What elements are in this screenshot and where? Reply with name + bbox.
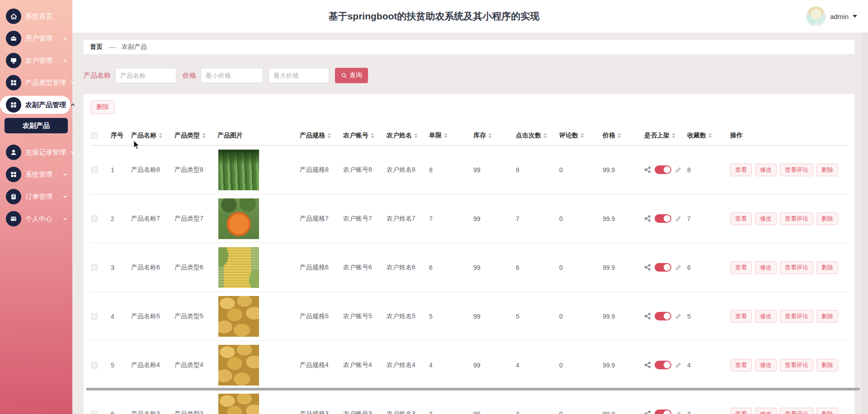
action-view-button[interactable]: 查看 — [730, 359, 752, 372]
chevron-down-icon — [62, 216, 68, 221]
sidebar-item-system-home[interactable]: 系统首页 — [0, 7, 72, 25]
share-icon[interactable] — [644, 264, 651, 271]
shelf-toggle[interactable] — [655, 361, 671, 369]
shelf-toggle[interactable] — [655, 409, 671, 414]
sidebar-subitem-farm-product[interactable]: 农副产品 — [5, 118, 68, 133]
action-delete-button[interactable]: 删除 — [816, 408, 838, 414]
horizontal-scrollbar[interactable] — [86, 388, 860, 390]
share-icon[interactable] — [644, 410, 651, 414]
sort-icons[interactable] — [580, 133, 584, 138]
action-delete-button[interactable]: 删除 — [816, 359, 838, 372]
cell-image — [217, 296, 300, 337]
cell-comments: 0 — [559, 166, 603, 174]
sort-icons[interactable] — [327, 133, 331, 138]
action-view-button[interactable]: 查看 — [730, 261, 752, 274]
action-edit-button[interactable]: 修改 — [755, 261, 777, 274]
cell-comments: 0 — [559, 215, 603, 222]
sort-icons[interactable] — [414, 133, 418, 138]
sort-icons[interactable] — [371, 133, 374, 138]
chevron-down-icon — [62, 172, 68, 177]
action-delete-button[interactable]: 删除 — [816, 310, 838, 323]
shelf-toggle[interactable] — [655, 214, 671, 223]
edit-icon[interactable] — [675, 167, 681, 173]
cell-favorites: 7 — [687, 215, 730, 222]
sidebar-item-system-manage[interactable]: 系统管理 — [0, 165, 72, 183]
cell-comments: 0 — [559, 264, 603, 271]
action-view-comments-button[interactable]: 查看评论 — [780, 310, 813, 323]
app-root: 基于springboot的扶贫助农系统及其小程序的实现 admin 系统首页用户… — [0, 0, 868, 414]
sidebar-item-label: 个人中心 — [25, 215, 52, 223]
action-view-button[interactable]: 查看 — [730, 408, 752, 414]
row-checkbox[interactable] — [91, 264, 98, 271]
search-button[interactable]: 查询 — [335, 68, 368, 83]
action-view-button[interactable]: 查看 — [730, 310, 752, 323]
max-price-input[interactable] — [269, 68, 329, 83]
share-icon[interactable] — [644, 313, 651, 320]
sidebar-item-farmer-manage[interactable]: 农户管理 — [0, 52, 72, 70]
action-view-comments-button[interactable]: 查看评论 — [780, 212, 813, 225]
sidebar-item-recharge-manage[interactable]: 充值记录管理 — [0, 143, 72, 161]
sort-icons[interactable] — [672, 133, 675, 138]
action-view-button[interactable]: 查看 — [730, 164, 752, 176]
product-image-potato — [218, 296, 259, 337]
share-icon[interactable] — [644, 215, 651, 222]
edit-icon[interactable] — [675, 264, 681, 271]
edit-icon[interactable] — [675, 313, 681, 320]
sidebar-item-farm-product-manage[interactable]: 农副产品管理 — [0, 96, 71, 114]
shelf-toggle[interactable] — [655, 263, 671, 272]
edit-icon[interactable] — [675, 216, 681, 222]
user-menu[interactable]: admin — [806, 6, 857, 26]
action-view-button[interactable]: 查看 — [730, 212, 752, 225]
action-view-comments-button[interactable]: 查看评论 — [780, 261, 813, 274]
action-edit-button[interactable]: 修改 — [755, 212, 777, 225]
cell-price: 99.9 — [603, 362, 644, 369]
edit-icon[interactable] — [675, 362, 681, 368]
row-checkbox[interactable] — [91, 362, 98, 368]
sort-icons[interactable] — [444, 133, 448, 138]
action-view-comments-button[interactable]: 查看评论 — [780, 164, 813, 176]
table-row: 6产品名称3产品类型3产品规格3农户账号3农户姓名33993099.93查看修改… — [90, 390, 848, 414]
sort-icons[interactable] — [708, 133, 712, 138]
share-icon[interactable] — [644, 362, 651, 368]
shelf-toggle[interactable] — [655, 165, 671, 174]
sidebar-item-label: 订单管理 — [25, 193, 52, 201]
action-delete-button[interactable]: 删除 — [816, 212, 838, 225]
cell-index: 2 — [111, 215, 131, 222]
sidebar-item-product-type-manage[interactable]: 产品类型管理 — [0, 74, 72, 92]
row-checkbox[interactable] — [91, 216, 98, 222]
cell-price: 99.9 — [603, 410, 644, 414]
sort-icons[interactable] — [202, 133, 206, 138]
row-checkbox[interactable] — [91, 411, 98, 414]
sidebar-item-user-manage[interactable]: 用户管理 — [0, 29, 72, 47]
action-view-comments-button[interactable]: 查看评论 — [780, 408, 813, 414]
action-edit-button[interactable]: 修改 — [755, 310, 777, 323]
action-edit-button[interactable]: 修改 — [755, 359, 777, 372]
clipboard-icon — [6, 189, 21, 204]
edit-icon[interactable] — [675, 411, 681, 414]
row-checkbox[interactable] — [91, 313, 98, 320]
cell-favorites: 6 — [687, 264, 730, 271]
min-price-input[interactable] — [201, 68, 263, 83]
sidebar-menu: 系统首页用户管理农户管理产品类型管理农副产品管理农副产品充值记录管理系统管理订单… — [0, 7, 72, 228]
action-edit-button[interactable]: 修改 — [755, 408, 777, 414]
share-icon[interactable] — [644, 166, 651, 173]
sort-icons[interactable] — [159, 133, 162, 138]
sidebar-item-personal-center[interactable]: 个人中心 — [0, 210, 72, 228]
shelf-toggle[interactable] — [655, 312, 671, 320]
delete-button[interactable]: 删除 — [90, 100, 115, 114]
sort-icons[interactable] — [618, 133, 621, 138]
action-delete-button[interactable]: 删除 — [816, 164, 838, 176]
action-delete-button[interactable]: 删除 — [816, 261, 838, 274]
select-all-checkbox[interactable] — [91, 132, 98, 139]
action-view-comments-button[interactable]: 查看评论 — [780, 359, 813, 372]
row-checkbox[interactable] — [91, 167, 98, 173]
action-edit-button[interactable]: 修改 — [755, 164, 777, 176]
vertical-scrollbar[interactable] — [862, 33, 868, 414]
breadcrumb-separator: — — [109, 43, 115, 51]
sidebar-item-order-manage[interactable]: 订单管理 — [0, 188, 72, 206]
breadcrumb-home[interactable]: 首页 — [90, 43, 103, 51]
cell-actions: 查看修改查看评论删除 — [730, 164, 848, 176]
sort-icons[interactable] — [488, 133, 492, 138]
product-name-input[interactable] — [115, 68, 176, 83]
sort-icons[interactable] — [543, 133, 547, 138]
